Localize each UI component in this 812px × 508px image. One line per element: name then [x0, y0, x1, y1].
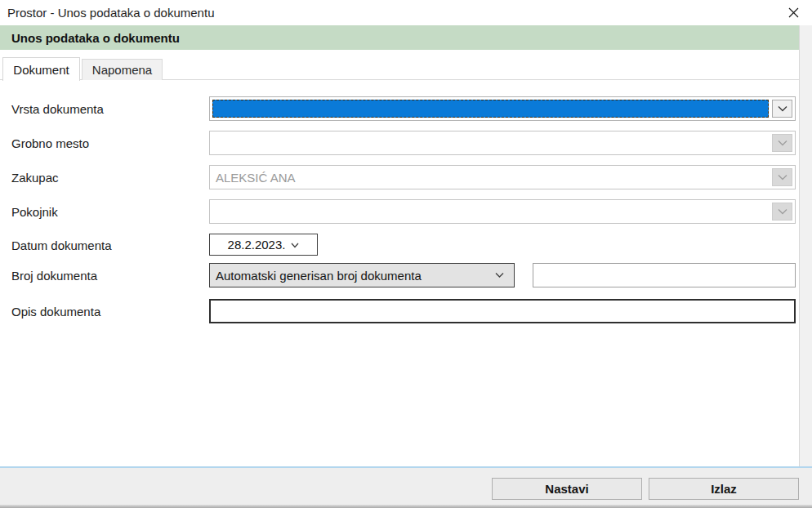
tab-dokument-label: Dokument	[13, 63, 69, 77]
row-broj-dokumenta: Broj dokumenta Automatski generisan broj…	[0, 263, 799, 287]
pokojnik-dropdown-button	[772, 203, 792, 221]
row-datum-dokumenta: Datum dokumenta 28.2.2023.	[0, 234, 799, 256]
row-vrsta-dokumenta: Vrsta dokumenta	[0, 96, 799, 121]
zakupac-combobox: ALEKSIĆ ANA	[209, 165, 796, 189]
pokojnik-combobox	[209, 199, 796, 224]
vrsta-dokumenta-label: Vrsta dokumenta	[11, 102, 104, 116]
tab-dokument[interactable]: Dokument	[2, 57, 80, 81]
grobno-mesto-dropdown-button	[772, 134, 792, 152]
opis-dokumenta-label: Opis dokumenta	[11, 305, 100, 319]
chevron-down-icon	[778, 105, 787, 112]
chevron-down-icon	[778, 174, 787, 180]
close-icon	[788, 7, 799, 18]
broj-dokumenta-mode-select[interactable]: Automatski generisan broj dokumenta	[209, 263, 515, 287]
close-button[interactable]	[783, 2, 804, 22]
row-zakupac: Zakupac ALEKSIĆ ANA	[0, 165, 799, 189]
chevron-down-icon	[778, 208, 787, 215]
broj-dokumenta-label: Broj dokumenta	[11, 269, 97, 283]
grobno-mesto-label: Grobno mesto	[11, 136, 89, 150]
right-margin-strip	[799, 25, 812, 466]
titlebar: Prostor - Unos podataka o dokumentu	[0, 0, 812, 25]
tabstrip: Dokument Napomena	[0, 57, 799, 80]
row-pokojnik: Pokojnik	[0, 199, 799, 224]
zakupac-dropdown-button	[772, 168, 792, 186]
zakupac-value: ALEKSIĆ ANA	[216, 171, 296, 185]
broj-dokumenta-number-input[interactable]	[533, 263, 796, 287]
row-grobno-mesto: Grobno mesto	[0, 131, 799, 155]
vrsta-dokumenta-combobox[interactable]	[209, 96, 796, 121]
vrsta-dokumenta-selection	[212, 100, 769, 118]
nastavi-button[interactable]: Nastavi	[492, 478, 642, 500]
broj-dokumenta-mode-value: Automatski generisan broj dokumenta	[216, 269, 422, 283]
footer: Nastavi Izlaz	[0, 468, 812, 505]
grobno-mesto-combobox	[209, 131, 796, 155]
pokojnik-label: Pokojnik	[11, 205, 58, 219]
row-opis-dokumenta: Opis dokumenta	[0, 299, 799, 323]
dialog-header: Unos podataka o dokumentu	[0, 25, 799, 50]
window-title: Prostor - Unos podataka o dokumentu	[0, 6, 214, 20]
izlaz-button-label: Izlaz	[711, 482, 737, 496]
vrsta-dokumenta-dropdown-button[interactable]	[772, 100, 792, 118]
datum-dokumenta-datepicker[interactable]: 28.2.2023.	[209, 234, 318, 256]
window-bottom-edge	[0, 505, 812, 508]
tab-napomena-label: Napomena	[92, 63, 152, 77]
izlaz-button[interactable]: Izlaz	[649, 478, 799, 500]
chevron-down-icon	[495, 272, 504, 279]
tab-napomena[interactable]: Napomena	[82, 59, 163, 80]
datum-dokumenta-value: 28.2.2023.	[228, 238, 286, 252]
chevron-down-icon	[291, 243, 299, 248]
datum-dokumenta-label: Datum dokumenta	[11, 238, 112, 252]
chevron-down-icon	[778, 140, 787, 146]
nastavi-button-label: Nastavi	[545, 482, 588, 496]
dialog-header-title: Unos podataka o dokumentu	[0, 31, 180, 45]
opis-dokumenta-input[interactable]	[209, 299, 796, 323]
zakupac-label: Zakupac	[11, 171, 59, 185]
